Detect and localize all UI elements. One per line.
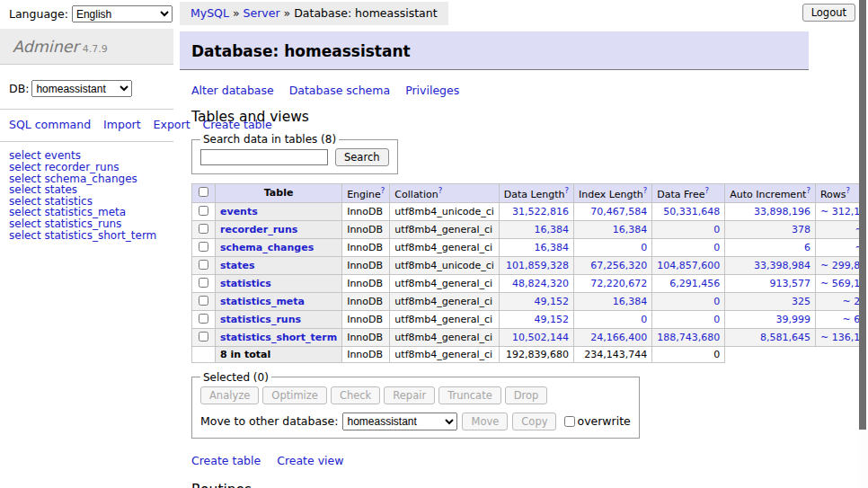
table-name-link[interactable]: states bbox=[220, 260, 255, 271]
sidebar-select-table-link[interactable]: select recorder_runs bbox=[9, 162, 173, 173]
breadcrumb-separator: » bbox=[284, 6, 291, 20]
auto-increment-link[interactable]: 8,581,645 bbox=[760, 332, 810, 343]
table-name-link[interactable]: recorder_runs bbox=[220, 224, 297, 235]
data-free-link[interactable]: 188,743,680 bbox=[657, 332, 720, 343]
selected-legend: Selected (0) bbox=[200, 371, 271, 384]
column-help-link[interactable]: ? bbox=[565, 186, 570, 195]
row-checkbox[interactable] bbox=[199, 314, 208, 324]
optimize-button[interactable]: Optimize bbox=[262, 386, 327, 404]
create-link[interactable]: Create view bbox=[277, 454, 343, 467]
data-length-link[interactable]: 101,859,328 bbox=[506, 260, 569, 271]
sidebar-action-link[interactable]: Import bbox=[103, 118, 141, 131]
data-length-link[interactable]: 49,152 bbox=[535, 296, 570, 307]
overwrite-checkbox[interactable] bbox=[564, 416, 575, 427]
data-length-link[interactable]: 49,152 bbox=[535, 314, 570, 325]
data-length-link[interactable]: 16,384 bbox=[535, 242, 570, 253]
move-button[interactable]: Move bbox=[462, 413, 508, 430]
search-button[interactable]: Search bbox=[335, 148, 389, 166]
auto-increment-link[interactable]: 33,898,196 bbox=[754, 206, 810, 217]
row-checkbox[interactable] bbox=[199, 260, 208, 270]
index-length-link[interactable]: 67,256,320 bbox=[590, 260, 647, 271]
sidebar-action-links: SQL commandImportExportCreate table bbox=[0, 110, 173, 141]
table-name-link[interactable]: events bbox=[220, 206, 258, 217]
index-length-link[interactable]: 16,384 bbox=[613, 296, 648, 307]
data-length-link[interactable]: 48,824,320 bbox=[512, 278, 569, 289]
engine-cell: InnoDB bbox=[342, 310, 390, 328]
column-header-data-length: Data Length? bbox=[499, 184, 573, 203]
breadcrumb-link-server[interactable]: Server bbox=[244, 6, 280, 20]
data-free-link[interactable]: 6,291,456 bbox=[669, 278, 720, 289]
language-select[interactable]: English bbox=[72, 5, 173, 22]
auto-increment-link[interactable]: 6 bbox=[804, 242, 810, 253]
index-length-link[interactable]: 70,467,584 bbox=[590, 206, 647, 217]
create-link[interactable]: Create table bbox=[191, 454, 261, 467]
column-help-link[interactable]: ? bbox=[806, 186, 810, 195]
row-checkbox[interactable] bbox=[199, 332, 208, 342]
database-nav-link[interactable]: Privileges bbox=[405, 84, 459, 97]
breadcrumb-link-mysql[interactable]: MySQL bbox=[190, 6, 229, 20]
data-free-link[interactable]: 104,857,600 bbox=[657, 260, 720, 271]
auto-increment-link[interactable]: 325 bbox=[792, 296, 810, 307]
data-length-link[interactable]: 16,384 bbox=[535, 224, 570, 235]
analyze-button[interactable]: Analyze bbox=[200, 386, 259, 404]
vertical-scrollbar[interactable] bbox=[859, 0, 868, 488]
column-help-link[interactable]: ? bbox=[643, 186, 648, 195]
sidebar-select-table-link[interactable]: select statistics_runs bbox=[9, 218, 173, 230]
data-length-cell: 16,384 bbox=[499, 238, 573, 256]
data-free-link[interactable]: 0 bbox=[713, 296, 720, 307]
table-name-link[interactable]: schema_changes bbox=[220, 242, 314, 253]
index-length-link[interactable]: 0 bbox=[641, 242, 647, 253]
auto-increment-link[interactable]: 33,398,984 bbox=[754, 260, 810, 271]
select-all-checkbox[interactable] bbox=[199, 187, 208, 197]
row-checkbox[interactable] bbox=[199, 296, 208, 306]
index-length-cell: 67,256,320 bbox=[574, 256, 652, 274]
tables-header-row: TableEngine?Collation?Data Length?Index … bbox=[192, 184, 868, 203]
column-help-link[interactable]: ? bbox=[846, 186, 851, 195]
index-length-link[interactable]: 24,166,400 bbox=[590, 332, 647, 343]
collation-cell: utf8mb4_general_ci bbox=[390, 220, 499, 238]
auto-increment-link[interactable]: 39,999 bbox=[775, 314, 810, 325]
row-checkbox[interactable] bbox=[199, 206, 208, 216]
data-free-link[interactable]: 0 bbox=[713, 242, 720, 253]
database-nav-link[interactable]: Database schema bbox=[289, 84, 390, 97]
language-row: Language:English bbox=[0, 0, 173, 22]
column-help-link[interactable]: ? bbox=[381, 186, 385, 195]
index-length-link[interactable]: 16,384 bbox=[613, 224, 648, 235]
index-length-link[interactable]: 0 bbox=[641, 314, 647, 325]
database-nav-link[interactable]: Alter database bbox=[191, 84, 274, 97]
table-name-link[interactable]: statistics_runs bbox=[220, 314, 301, 325]
search-input[interactable] bbox=[200, 149, 328, 165]
drop-button[interactable]: Drop bbox=[505, 386, 548, 404]
move-row: Move to other database:homeassistantMove… bbox=[200, 413, 631, 430]
row-checkbox[interactable] bbox=[199, 278, 208, 288]
repair-button[interactable]: Repair bbox=[384, 386, 435, 404]
logout-button[interactable]: Logout bbox=[802, 4, 855, 22]
data-free-link[interactable]: 0 bbox=[713, 314, 720, 325]
data-free-link[interactable]: 50,331,648 bbox=[663, 206, 720, 217]
sidebar-select-table-link[interactable]: select statistics_short_term bbox=[9, 230, 173, 242]
move-database-select[interactable]: homeassistant bbox=[342, 413, 457, 430]
table-name-link[interactable]: statistics_short_term bbox=[220, 332, 337, 343]
row-checkbox[interactable] bbox=[199, 224, 208, 234]
row-checkbox-cell bbox=[192, 238, 216, 256]
sidebar-select-table-link[interactable]: select states bbox=[9, 184, 173, 196]
data-free-link[interactable]: 0 bbox=[713, 224, 720, 235]
truncate-button[interactable]: Truncate bbox=[438, 386, 501, 404]
auto-increment-link[interactable]: 913,577 bbox=[769, 278, 810, 289]
scrollbar-thumb[interactable] bbox=[859, 0, 866, 430]
auto-increment-link[interactable]: 378 bbox=[792, 224, 810, 235]
index-length-link[interactable]: 72,220,672 bbox=[590, 278, 647, 289]
data-length-link[interactable]: 31,522,816 bbox=[512, 206, 569, 217]
check-button[interactable]: Check bbox=[331, 386, 380, 404]
index-length-cell: 70,467,584 bbox=[574, 202, 652, 220]
copy-button[interactable]: Copy bbox=[512, 413, 556, 430]
db-select[interactable]: homeassistant bbox=[31, 80, 132, 97]
column-help-link[interactable]: ? bbox=[438, 186, 443, 195]
table-name-link[interactable]: statistics bbox=[220, 278, 271, 289]
row-checkbox[interactable] bbox=[199, 242, 208, 252]
table-name-link[interactable]: statistics_meta bbox=[220, 296, 305, 307]
column-help-link[interactable]: ? bbox=[704, 186, 709, 195]
sidebar-action-link[interactable]: SQL command bbox=[9, 118, 91, 131]
data-length-link[interactable]: 10,502,144 bbox=[512, 332, 569, 343]
auto-increment-cell: 39,999 bbox=[725, 310, 816, 328]
